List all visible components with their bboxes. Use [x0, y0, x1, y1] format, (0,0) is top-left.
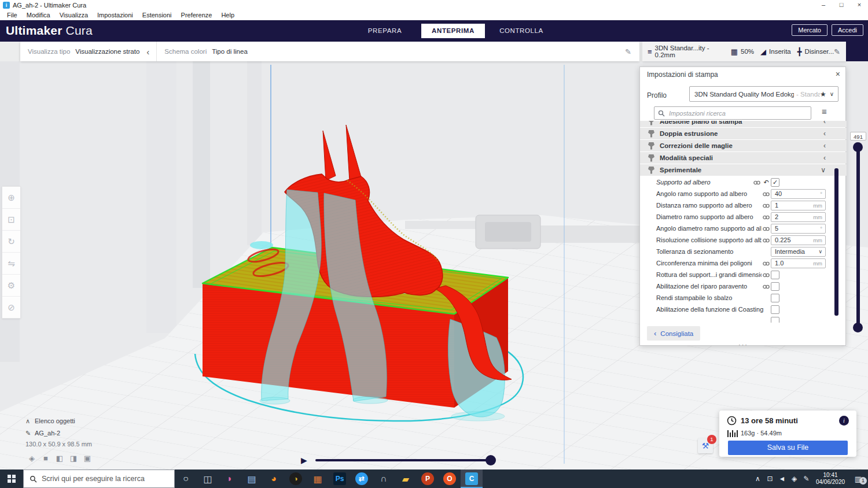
- layer-slider-bottom-handle[interactable]: [853, 323, 863, 332]
- print-settings-summary-bar[interactable]: ≡ 3DN Standar...ity - 0.2mm ▦ 50% ◢ Inse…: [642, 42, 846, 61]
- tray-volume-icon[interactable]: ◄: [776, 475, 788, 483]
- menu-file[interactable]: File: [2, 12, 22, 19]
- rotate-tool-button[interactable]: ↻: [2, 231, 20, 253]
- setting-checkbox[interactable]: ✓: [771, 178, 779, 187]
- setting-value-field[interactable]: 40°: [771, 189, 826, 199]
- tray-chevron-up-icon[interactable]: ∧: [752, 475, 764, 483]
- settings-category-sperimentale[interactable]: Sperimentale∨: [640, 164, 847, 176]
- menu-help[interactable]: Help: [216, 12, 239, 19]
- panel-resize-handle[interactable]: ···: [640, 341, 847, 348]
- setting-value-field[interactable]: 2mm: [771, 212, 826, 222]
- edit-pencil-icon[interactable]: ✎: [834, 47, 840, 56]
- setting-checkbox[interactable]: [771, 282, 779, 291]
- tray-dropbox-icon[interactable]: ◈: [788, 475, 800, 483]
- menu-preferenze[interactable]: Preferenze: [176, 12, 217, 19]
- save-to-file-button[interactable]: Salva su File: [728, 441, 848, 455]
- settings-menu-icon[interactable]: ≡: [822, 106, 827, 116]
- stage-tab-anteprima[interactable]: ANTEPRIMA: [421, 24, 485, 38]
- panel-close-icon[interactable]: ×: [836, 69, 840, 79]
- settings-category-modalit-speciali[interactable]: Modalità speciali‹: [640, 152, 847, 164]
- settings-search-input[interactable]: [668, 109, 811, 117]
- setting-select[interactable]: Intermedia∨: [771, 247, 826, 257]
- taskbar-search[interactable]: [23, 469, 175, 488]
- scale-tool-button[interactable]: ⊡: [2, 209, 20, 231]
- file-explorer-icon[interactable]: ▰: [395, 469, 417, 488]
- settings-search[interactable]: [654, 106, 811, 120]
- snip-doc-icon[interactable]: ▤: [241, 469, 263, 488]
- print-time-estimate: 13 ore 58 minuti: [741, 416, 798, 425]
- rename-pencil-icon[interactable]: ✎: [25, 430, 35, 437]
- setting-row: Abilitazione della funzione di Coasting: [640, 304, 847, 315]
- signin-button[interactable]: Accedi: [832, 24, 863, 36]
- 3d-view-button[interactable]: ◈: [28, 454, 36, 463]
- settings-category-correzioni-delle-maglie[interactable]: Correzioni delle maglie‹: [640, 140, 847, 151]
- menu-estensioni[interactable]: Estensioni: [138, 12, 176, 19]
- stage-tab-controlla[interactable]: CONTROLLA: [490, 24, 553, 38]
- stage-tab-prepara[interactable]: PREPARA: [353, 24, 417, 38]
- chevron-down-icon: ∨: [830, 91, 834, 97]
- notification-center-icon[interactable]: ▥ 1: [848, 475, 868, 483]
- firefox-icon[interactable]: ◕: [263, 469, 285, 488]
- menu-visualizza[interactable]: Visualizza: [55, 12, 93, 19]
- simulation-slider-handle[interactable]: [486, 455, 496, 465]
- object-list-toggle[interactable]: ∧ Elenco oggetti: [25, 416, 92, 426]
- origin-icon[interactable]: O: [439, 469, 461, 488]
- star-icon[interactable]: ★: [820, 90, 826, 98]
- setting-checkbox[interactable]: [771, 317, 779, 323]
- mirror-tool-button[interactable]: ⇋: [2, 253, 20, 275]
- afterburner-icon[interactable]: ◑: [285, 469, 307, 488]
- menu-modifica[interactable]: Modifica: [22, 12, 55, 19]
- cortana-icon[interactable]: ○: [175, 469, 197, 488]
- start-button[interactable]: [0, 469, 23, 488]
- recommended-mode-button[interactable]: ‹ Consigliata: [647, 326, 700, 341]
- powerpoint-icon[interactable]: P: [417, 469, 439, 488]
- task-view-icon[interactable]: ◫: [197, 469, 219, 488]
- front-view-button[interactable]: ■: [42, 454, 50, 463]
- edit-pencil-icon[interactable]: ✎: [625, 47, 631, 56]
- photoshop-icon[interactable]: Ps: [329, 469, 351, 488]
- layer-range-slider[interactable]: [856, 145, 860, 328]
- headphones-icon[interactable]: ∩: [373, 469, 395, 488]
- setting-value-field[interactable]: 5°: [771, 224, 826, 234]
- layer-slider-top-handle[interactable]: [853, 142, 863, 152]
- taskbar-search-input[interactable]: [41, 474, 174, 483]
- settings-scrollbar[interactable]: [834, 168, 838, 316]
- settings-category-doppia-estrusione[interactable]: Doppia estrusione‹: [640, 128, 847, 139]
- per-model-settings-tool-button[interactable]: ⚙: [2, 275, 20, 297]
- setting-value-field[interactable]: 1mm: [771, 201, 826, 210]
- info-icon[interactable]: i: [839, 416, 849, 426]
- maximize-button[interactable]: □: [833, 0, 850, 10]
- tray-pen-icon[interactable]: ✎: [800, 475, 812, 483]
- revert-icon[interactable]: ↶: [762, 179, 771, 186]
- simulation-slider[interactable]: [315, 459, 492, 461]
- window-title: AG_ah-2 - Ultimaker Cura: [13, 2, 86, 9]
- profile-dropdown[interactable]: 3DN Standard Quality Mod Edokg - Standar…: [689, 86, 838, 102]
- left-view-button[interactable]: ◨: [69, 454, 78, 463]
- color-scheme-value[interactable]: Tipo di linea: [212, 48, 248, 55]
- simulation-play-button[interactable]: ▶: [301, 456, 307, 465]
- move-tool-button[interactable]: ⊕: [2, 187, 20, 209]
- taskbar-clock[interactable]: 10:41 04/06/2020: [812, 472, 848, 486]
- right-view-button[interactable]: ▣: [83, 454, 91, 463]
- close-button[interactable]: ×: [851, 0, 868, 10]
- tray-network-icon[interactable]: ⊡: [764, 475, 776, 483]
- view-type-value[interactable]: Visualizzazione strato: [75, 48, 139, 55]
- teamviewer-icon[interactable]: ⇄: [351, 469, 373, 488]
- paint3d-icon[interactable]: ◗: [219, 469, 241, 488]
- object-list-item[interactable]: ✎ AG_ah-2: [25, 428, 92, 438]
- minimize-button[interactable]: –: [815, 0, 832, 10]
- marketplace-button[interactable]: Mercato: [792, 24, 827, 36]
- menu-impostazioni[interactable]: Impostazioni: [93, 12, 138, 19]
- setting-checkbox[interactable]: [771, 271, 779, 279]
- setting-checkbox[interactable]: [771, 305, 779, 314]
- cura-icon[interactable]: C: [461, 469, 483, 488]
- photos-icon[interactable]: ▦: [307, 469, 329, 488]
- top-view-button[interactable]: ◧: [56, 454, 64, 463]
- setting-value-field[interactable]: 1.0mm: [771, 258, 826, 268]
- settings-category-adesione-piano-di-stampa[interactable]: Adesione piano di stampa‹: [640, 121, 847, 127]
- setting-value-field[interactable]: 0.225mm: [771, 235, 826, 245]
- support-blocker-tool-button[interactable]: ⊘: [2, 297, 20, 318]
- setting-checkbox[interactable]: [771, 294, 779, 302]
- setting-row: Supporto ad albero↶✓: [640, 176, 847, 188]
- collapse-chevron-icon[interactable]: ‹: [146, 47, 149, 57]
